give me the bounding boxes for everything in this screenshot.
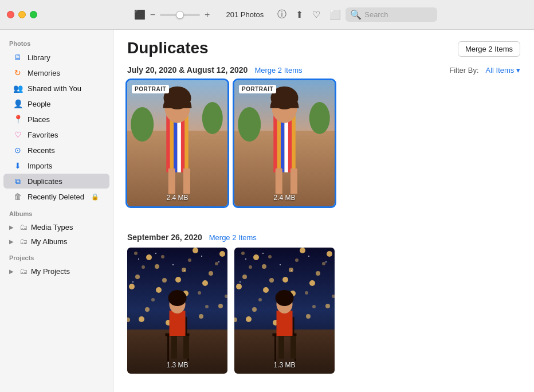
sidebar-item-imports[interactable]: ⬇ Imports bbox=[3, 158, 109, 173]
sidebar-label-shared: Shared with You bbox=[28, 84, 81, 93]
page-title: Duplicates bbox=[127, 39, 209, 57]
sidebar-label-library: Library bbox=[28, 53, 50, 62]
expand-arrow-projects: ▶ bbox=[9, 268, 16, 275]
sidebar-item-favorites[interactable]: ♡ Favorites bbox=[3, 127, 109, 142]
sidebar-item-places[interactable]: 📍 Places bbox=[3, 112, 109, 127]
content-area: Duplicates Merge 2 Items July 20, 2020 &… bbox=[113, 30, 534, 392]
folder-icon-albums: 🗂 bbox=[19, 237, 28, 246]
minimize-button[interactable] bbox=[18, 11, 26, 18]
sidebar-section-albums: Albums bbox=[0, 205, 113, 219]
photo-card-1-1[interactable]: PORTRAIT 2.4 MB bbox=[127, 80, 227, 206]
merge-link-2[interactable]: Merge 2 Items bbox=[209, 233, 257, 242]
search-box[interactable]: 🔍 bbox=[345, 7, 437, 22]
titlebar-actions: ⓘ ⬆ ♡ ⬜ bbox=[277, 9, 341, 21]
photo-size-2-1: 1.3 MB bbox=[127, 361, 227, 369]
memories-icon: ↻ bbox=[13, 68, 23, 78]
places-icon: 📍 bbox=[13, 114, 23, 124]
expand-arrow-albums: ▶ bbox=[9, 238, 16, 245]
titlebar-center: ⬛ − + 201 Photos ⓘ ⬆ ♡ ⬜ 🔍 bbox=[44, 7, 527, 22]
sidebar-item-media-types[interactable]: ▶ 🗂 Media Types bbox=[3, 220, 109, 234]
sidebar-item-my-projects[interactable]: ▶ 🗂 My Projects bbox=[3, 264, 109, 278]
group-header-1: July 20, 2020 & August 12, 2020 Merge 2 … bbox=[113, 62, 534, 80]
filter-value[interactable]: All Items ▾ bbox=[486, 66, 520, 75]
shared-icon: 👥 bbox=[13, 83, 23, 93]
photo-card-1-2[interactable]: PORTRAIT 2.4 MB bbox=[234, 80, 335, 206]
folder-icon-media: 🗂 bbox=[19, 222, 28, 232]
zoom-plus-icon[interactable]: + bbox=[205, 10, 210, 20]
zoom-minus-icon[interactable]: − bbox=[150, 10, 155, 20]
imports-icon: ⬇ bbox=[13, 160, 23, 171]
photo-badge-1-1: PORTRAIT bbox=[132, 85, 169, 93]
sidebar-section-projects: Projects bbox=[0, 249, 113, 264]
close-button[interactable] bbox=[7, 11, 14, 18]
people-icon: 👤 bbox=[13, 99, 23, 109]
group-header-2: September 26, 2020 Merge 2 Items bbox=[113, 229, 534, 248]
photo-image-2-1 bbox=[127, 248, 227, 374]
duplicates-icon: ⧉ bbox=[13, 176, 23, 186]
sidebar-label-imports: Imports bbox=[28, 162, 52, 170]
photo-card-2-1[interactable]: 1.3 MB bbox=[127, 248, 227, 374]
sidebar-item-recents[interactable]: ⊙ Recents bbox=[3, 143, 109, 158]
sidebar-label-my-albums: My Albums bbox=[31, 237, 68, 246]
folder-icon-projects: 🗂 bbox=[19, 266, 28, 276]
photo-card-2-2[interactable]: 1.3 MB bbox=[234, 248, 335, 374]
sidebar-item-memories[interactable]: ↻ Memories bbox=[3, 65, 109, 80]
duplicate-group-1: July 20, 2020 & August 12, 2020 Merge 2 … bbox=[113, 62, 534, 220]
window-controls bbox=[7, 11, 37, 18]
photo-size-1-1: 2.4 MB bbox=[127, 194, 227, 202]
search-icon: 🔍 bbox=[350, 9, 362, 20]
sidebar-item-recently-deleted[interactable]: 🗑 Recently Deleted 🔒 bbox=[3, 189, 109, 204]
filter-label: Filter By: bbox=[449, 66, 478, 75]
favorites-icon: ♡ bbox=[13, 130, 23, 140]
main-layout: Photos 🖥 Library ↻ Memories 👥 Shared wit… bbox=[0, 30, 534, 392]
duplicate-group-2: September 26, 2020 Merge 2 Items 1.3 MB … bbox=[113, 229, 534, 387]
info-icon[interactable]: ⓘ bbox=[277, 9, 286, 21]
sidebar-label-people: People bbox=[28, 100, 50, 108]
library-icon: 🖥 bbox=[13, 52, 23, 62]
sidebar-label-media-types: Media Types bbox=[31, 223, 73, 232]
sidebar-item-people[interactable]: 👤 People bbox=[3, 96, 109, 111]
photos-grid-2: 1.3 MB 1.3 MB bbox=[113, 248, 534, 383]
photo-size-2-2: 1.3 MB bbox=[234, 361, 335, 369]
photo-badge-1-2: PORTRAIT bbox=[239, 85, 276, 93]
sidebar-label-my-projects: My Projects bbox=[31, 267, 70, 276]
photos-grid-1: PORTRAIT 2.4 MB PORTRAIT 2.4 MB bbox=[113, 80, 534, 215]
sidebar-item-shared[interactable]: 👥 Shared with You bbox=[3, 81, 109, 96]
expand-arrow-media: ▶ bbox=[9, 224, 16, 230]
merge-link-1[interactable]: Merge 2 Items bbox=[254, 66, 302, 75]
sidebar-section-photos: Photos bbox=[0, 34, 113, 49]
crop-icon[interactable]: ⬜ bbox=[329, 9, 341, 20]
zoom-thumb bbox=[176, 11, 184, 19]
photo-image-1-1 bbox=[127, 80, 227, 206]
group-date-1: July 20, 2020 & August 12, 2020 bbox=[127, 65, 248, 75]
photo-image-2-2 bbox=[234, 248, 335, 374]
maximize-button[interactable] bbox=[30, 11, 37, 18]
sidebar: Photos 🖥 Library ↻ Memories 👥 Shared wit… bbox=[0, 30, 113, 392]
photo-image-1-2 bbox=[234, 80, 335, 206]
heart-icon[interactable]: ♡ bbox=[312, 9, 320, 20]
photo-size-1-2: 2.4 MB bbox=[234, 194, 335, 202]
merge-top-button[interactable]: Merge 2 Items bbox=[458, 41, 520, 57]
titlebar: ⬛ − + 201 Photos ⓘ ⬆ ♡ ⬜ 🔍 bbox=[0, 0, 534, 30]
photo-count: 201 Photos bbox=[226, 10, 264, 19]
slideshow-icon[interactable]: ⬛ bbox=[134, 9, 146, 20]
sidebar-label-favorites: Favorites bbox=[28, 131, 58, 139]
share-icon[interactable]: ⬆ bbox=[296, 9, 303, 20]
recents-icon: ⊙ bbox=[13, 145, 23, 155]
sidebar-label-duplicates: Duplicates bbox=[28, 177, 62, 186]
sidebar-label-recents: Recents bbox=[28, 146, 55, 155]
group-date-2: September 26, 2020 bbox=[127, 233, 202, 242]
search-input[interactable] bbox=[364, 10, 433, 19]
sidebar-label-recently-deleted: Recently Deleted bbox=[28, 193, 84, 201]
sidebar-item-my-albums[interactable]: ▶ 🗂 My Albums bbox=[3, 234, 109, 248]
zoom-slider[interactable] bbox=[160, 14, 200, 16]
trash-icon: 🗑 bbox=[13, 191, 23, 202]
sidebar-label-memories: Memories bbox=[28, 69, 60, 77]
lock-icon: 🔒 bbox=[91, 193, 99, 201]
content-header: Duplicates Merge 2 Items bbox=[113, 30, 534, 62]
sidebar-item-duplicates[interactable]: ⧉ Duplicates bbox=[3, 174, 109, 189]
sidebar-label-places: Places bbox=[28, 115, 50, 124]
sidebar-item-library[interactable]: 🖥 Library bbox=[3, 50, 109, 65]
